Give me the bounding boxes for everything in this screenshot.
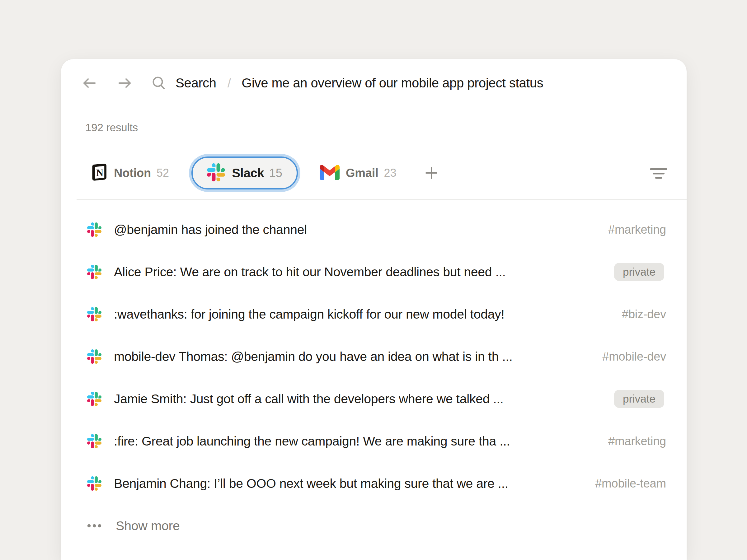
- add-filter-button[interactable]: [424, 165, 439, 181]
- result-row[interactable]: Benjamin Chang: I’ll be OOO next week bu…: [81, 462, 666, 505]
- results-list: @benjamin has joined the channel #market…: [81, 209, 666, 547]
- tab-gmail[interactable]: Gmail 23: [320, 165, 396, 181]
- tab-notion-count: 52: [157, 166, 169, 180]
- result-channel: #mobile-team: [595, 477, 666, 490]
- source-filter-tabs: Notion 52 Slack 15 Gmail 23: [90, 156, 667, 190]
- result-row[interactable]: Alice Price: We are on track to hit our …: [81, 251, 666, 293]
- result-text: Benjamin Chang: I’ll be OOO next week bu…: [114, 476, 586, 491]
- back-arrow-icon[interactable]: [81, 76, 97, 90]
- tab-slack-label: Slack: [232, 166, 264, 180]
- tab-notion-label: Notion: [114, 166, 151, 180]
- result-row[interactable]: :wavethanks: for joining the campaign ki…: [81, 293, 666, 336]
- result-text: :fire: Great job launching the new campa…: [114, 434, 599, 449]
- forward-arrow-icon[interactable]: [117, 76, 133, 90]
- result-row[interactable]: Jamie Smith: Just got off a call with th…: [81, 378, 666, 420]
- slack-logo-icon: [87, 476, 101, 490]
- search-results-panel: Search / Give me an overview of our mobi…: [61, 59, 687, 560]
- filter-lines-icon[interactable]: [650, 166, 667, 180]
- result-text: @benjamin has joined the channel: [114, 222, 599, 237]
- tab-slack-selected[interactable]: Slack 15: [191, 157, 298, 189]
- ellipsis-icon: [87, 524, 102, 528]
- result-text: mobile-dev Thomas: @benjamin do you have…: [114, 349, 593, 364]
- slack-logo-icon: [87, 392, 101, 406]
- result-row[interactable]: :fire: Great job launching the new campa…: [81, 420, 666, 462]
- notion-logo-icon: [90, 163, 108, 183]
- breadcrumb-separator: /: [228, 76, 231, 90]
- result-channel: #marketing: [608, 435, 666, 448]
- result-row[interactable]: @benjamin has joined the channel #market…: [81, 209, 666, 251]
- private-badge: private: [614, 390, 664, 408]
- result-channel: #biz-dev: [622, 308, 666, 321]
- tab-gmail-count: 23: [384, 166, 396, 180]
- private-badge: private: [614, 263, 664, 281]
- gmail-logo-icon: [320, 165, 340, 181]
- tabs-divider: [77, 199, 687, 200]
- result-channel: #mobile-dev: [602, 350, 666, 364]
- show-more-label: Show more: [116, 518, 180, 533]
- slack-logo-icon: [87, 222, 101, 237]
- slack-logo-icon: [87, 434, 101, 448]
- slack-logo-icon: [87, 265, 101, 279]
- tab-slack-count: 15: [269, 166, 282, 180]
- breadcrumb-section: Search: [176, 76, 216, 90]
- result-row[interactable]: mobile-dev Thomas: @benjamin do you have…: [81, 336, 666, 378]
- slack-logo-icon: [87, 307, 101, 321]
- tab-gmail-label: Gmail: [346, 166, 379, 180]
- result-text: Jamie Smith: Just got off a call with th…: [114, 392, 605, 406]
- result-text: :wavethanks: for joining the campaign ki…: [114, 307, 613, 322]
- slack-logo-icon: [207, 163, 225, 183]
- slack-logo-icon: [87, 349, 101, 364]
- navbar: Search / Give me an overview of our mobi…: [81, 74, 666, 92]
- search-icon: [151, 75, 167, 91]
- show-more-button[interactable]: Show more: [81, 505, 666, 547]
- search-query-text[interactable]: Give me an overview of our mobile app pr…: [241, 76, 543, 90]
- result-text: Alice Price: We are on track to hit our …: [114, 265, 605, 279]
- result-channel: #marketing: [608, 223, 666, 236]
- tab-notion[interactable]: Notion 52: [90, 163, 169, 183]
- results-count: 192 results: [85, 121, 138, 134]
